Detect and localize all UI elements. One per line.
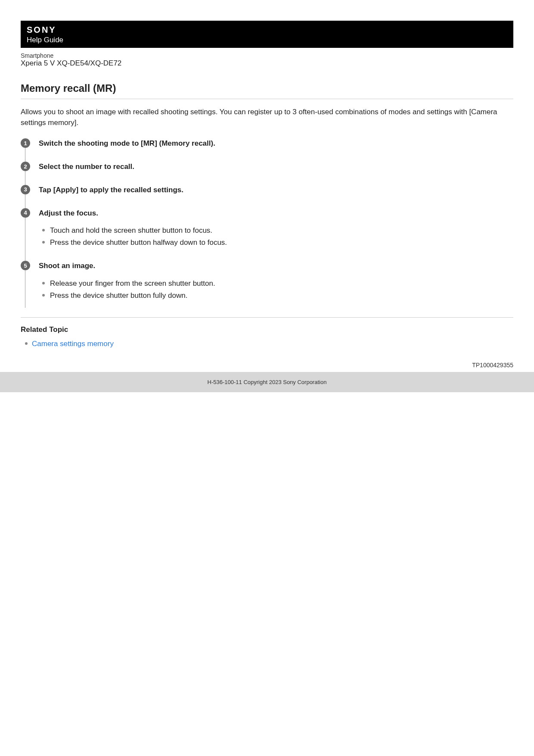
step-connector [25,148,25,162]
step-connector [25,194,25,208]
step-sub-item: Release your finger from the screen shut… [49,278,513,289]
step-connector [25,171,25,185]
step-item: 5 Shoot an image. Release your finger fr… [21,261,513,301]
step-item: 2 Select the number to recall. [21,162,513,172]
steps-list: 1 Switch the shooting mode to [MR] (Memo… [21,138,513,301]
intro-text: Allows you to shoot an image with recall… [21,107,513,128]
step-number-badge: 4 [21,208,30,218]
step-title: Select the number to recall. [39,162,513,172]
divider [21,99,513,99]
step-connector [25,218,25,261]
divider [21,317,513,318]
step-title: Switch the shooting mode to [MR] (Memory… [39,138,513,149]
related-topic-heading: Related Topic [21,325,513,334]
step-number-badge: 3 [21,185,30,194]
product-category: Smartphone [21,52,513,59]
step-number-badge: 1 [21,138,30,148]
copyright-bar: H-536-100-11 Copyright 2023 Sony Corpora… [0,372,534,392]
step-sub-item: Press the device shutter button halfway … [49,237,513,248]
step-sub-list: Touch and hold the screen shutter button… [39,225,513,248]
product-model: Xperia 5 V XQ-DE54/XQ-DE72 [21,59,513,68]
related-topic-link[interactable]: Camera settings memory [32,340,114,348]
step-item: 3 Tap [Apply] to apply the recalled sett… [21,185,513,195]
step-number-badge: 2 [21,162,30,171]
page-title: Memory recall (MR) [21,82,513,94]
step-number-badge: 5 [21,261,30,270]
related-topic-list: Camera settings memory [21,338,513,350]
step-sub-item: Press the device shutter button fully do… [49,290,513,301]
step-sub-list: Release your finger from the screen shut… [39,278,513,301]
step-title: Shoot an image. [39,261,513,271]
header-bar: SONY Help Guide [21,21,513,48]
related-topic-item: Camera settings memory [32,338,513,350]
step-title: Tap [Apply] to apply the recalled settin… [39,185,513,195]
step-title: Adjust the focus. [39,208,513,219]
product-meta: Smartphone Xperia 5 V XQ-DE54/XQ-DE72 [21,48,513,75]
step-sub-item: Touch and hold the screen shutter button… [49,225,513,236]
header-title: Help Guide [27,36,507,44]
step-item: 4 Adjust the focus. Touch and hold the s… [21,208,513,248]
step-connector [25,270,25,308]
brand-logo: SONY [27,25,507,35]
step-item: 1 Switch the shooting mode to [MR] (Memo… [21,138,513,149]
document-id: TP1000429355 [21,362,513,369]
